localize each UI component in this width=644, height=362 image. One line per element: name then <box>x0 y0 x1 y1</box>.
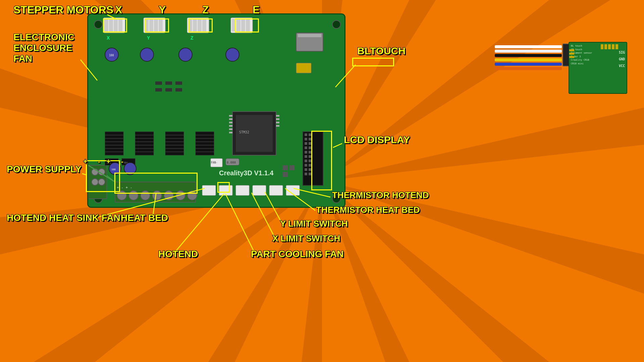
label-power-supply: POWER SUPPLY <box>7 164 82 175</box>
svg-rect-84 <box>305 146 307 149</box>
svg-point-105 <box>98 179 105 185</box>
svg-point-109 <box>129 191 138 200</box>
svg-point-111 <box>152 191 162 200</box>
svg-rect-88 <box>305 164 307 167</box>
label-stepper-motors: STEPPER MOTORS <box>13 4 113 16</box>
svg-rect-18 <box>198 19 202 32</box>
svg-point-110 <box>141 191 150 200</box>
svg-rect-81 <box>305 133 307 136</box>
svg-rect-21 <box>232 19 236 32</box>
svg-rect-118 <box>253 185 266 195</box>
svg-rect-66 <box>229 115 232 117</box>
svg-rect-94 <box>309 146 311 149</box>
wire-blue <box>495 63 562 66</box>
svg-text:100: 100 <box>111 168 116 171</box>
svg-rect-85 <box>305 151 307 154</box>
svg-point-114 <box>187 191 197 200</box>
svg-rect-97 <box>309 160 311 162</box>
svg-rect-91 <box>309 133 311 136</box>
label-electronic-enclosure-fan: ELECTRONICENCLOSUREFAN <box>13 32 74 64</box>
svg-text:FAN-: FAN- <box>211 161 217 164</box>
label-heat-bed: HEAT BED <box>121 213 168 223</box>
svg-text:Y: Y <box>147 35 150 41</box>
label-z: Z <box>202 4 209 16</box>
svg-rect-71 <box>229 132 232 133</box>
svg-rect-7 <box>109 19 113 32</box>
pcb-board-container: X Y Z 100 <box>87 13 345 208</box>
svg-rect-6 <box>104 19 108 32</box>
wire-orange <box>495 67 562 70</box>
svg-text:STM32: STM32 <box>239 130 249 134</box>
bltouch-wires <box>495 45 562 70</box>
svg-rect-75 <box>276 125 279 127</box>
label-power-plus-minus: + - + - <box>83 158 123 166</box>
svg-point-104 <box>92 179 98 185</box>
wire-yellow <box>495 58 562 61</box>
svg-rect-74 <box>276 122 279 123</box>
svg-point-33 <box>140 48 154 61</box>
svg-point-35 <box>226 48 239 61</box>
svg-rect-72 <box>276 115 279 117</box>
label-x: X <box>115 4 122 16</box>
svg-rect-19 <box>202 19 206 32</box>
svg-text:Z: Z <box>191 35 194 41</box>
svg-rect-140 <box>283 172 288 177</box>
svg-rect-70 <box>229 128 232 130</box>
svg-text:+  -  +  -: + - + - <box>117 185 132 190</box>
label-part-cooling-fan: PART COOLING FAN <box>251 249 343 259</box>
svg-rect-92 <box>309 138 311 140</box>
svg-rect-128 <box>175 88 182 92</box>
svg-rect-99 <box>309 168 311 171</box>
svg-rect-96 <box>309 155 311 158</box>
svg-rect-67 <box>229 118 232 120</box>
label-thermistor-hotend: THERMISTOR HOTEND <box>332 190 429 200</box>
svg-rect-9 <box>118 19 122 32</box>
svg-rect-120 <box>286 185 300 195</box>
svg-text:X: X <box>107 35 110 41</box>
svg-rect-23 <box>241 19 245 32</box>
svg-rect-115 <box>202 185 216 195</box>
svg-rect-17 <box>193 19 197 32</box>
svg-text:100: 100 <box>109 54 114 57</box>
wire-white1 <box>495 45 562 48</box>
svg-rect-82 <box>305 138 307 140</box>
label-hotend-heat-sink-fan: HOTEND HEAT SINK FAN <box>7 213 120 223</box>
svg-rect-16 <box>188 19 192 32</box>
svg-rect-11 <box>145 19 149 32</box>
pcb-svg: X Y Z 100 <box>88 14 345 208</box>
svg-rect-98 <box>309 164 311 167</box>
label-thermistor-heat-bed: THERMISTOR HEAT BED <box>316 205 420 215</box>
svg-rect-117 <box>236 185 249 195</box>
svg-rect-116 <box>219 185 232 195</box>
svg-point-108 <box>117 191 126 200</box>
wire-black <box>495 54 562 57</box>
label-x-limit-switch: X LIMIT SWITCH <box>272 234 340 243</box>
svg-point-2 <box>332 20 340 28</box>
svg-rect-30 <box>296 63 311 73</box>
svg-rect-69 <box>229 125 232 127</box>
svg-rect-119 <box>269 185 283 195</box>
pcb-board: X Y Z 100 <box>87 13 345 208</box>
svg-rect-127 <box>165 88 172 92</box>
svg-point-1 <box>94 20 102 28</box>
svg-rect-12 <box>149 19 153 32</box>
label-y-limit-switch: Y LIMIT SWITCH <box>280 219 348 229</box>
svg-point-34 <box>179 48 192 61</box>
svg-rect-8 <box>114 19 118 32</box>
svg-rect-24 <box>246 19 250 32</box>
svg-rect-95 <box>309 151 311 154</box>
svg-point-112 <box>164 191 173 200</box>
svg-rect-126 <box>155 88 162 92</box>
label-bltouch: BLTOUCH <box>357 45 406 56</box>
svg-text:8.000: 8.000 <box>227 161 236 164</box>
wire-white2 <box>495 50 562 53</box>
svg-rect-83 <box>305 142 307 145</box>
svg-rect-139 <box>289 165 294 170</box>
svg-rect-22 <box>236 19 240 32</box>
bltouch-pcb: BL touch3D touchFilament sensorEnder 3Cr… <box>569 42 627 94</box>
svg-text:Creality3D V1.1.4: Creality3D V1.1.4 <box>219 169 274 177</box>
svg-point-113 <box>176 191 185 200</box>
svg-point-136 <box>124 163 136 175</box>
svg-rect-87 <box>305 160 307 162</box>
label-hotend: HOTEND <box>158 249 198 259</box>
